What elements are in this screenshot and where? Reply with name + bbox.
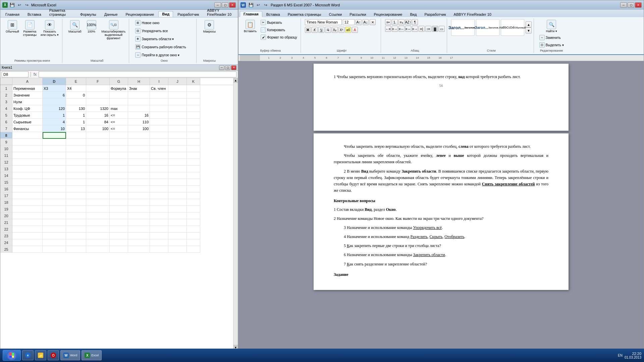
word-pilcrow-btn[interactable]: ¶ — [412, 19, 418, 25]
c22a[interactable] — [12, 226, 43, 233]
cell-f8[interactable] — [86, 132, 110, 139]
cell-g7[interactable]: <= — [110, 125, 128, 132]
cell-a3[interactable]: Нули — [12, 99, 43, 105]
c17e[interactable] — [66, 192, 86, 199]
cell-a4[interactable]: Коэф. ЦФ — [12, 105, 43, 112]
excel-col-h[interactable]: H — [128, 78, 150, 85]
c11i[interactable] — [150, 152, 168, 159]
excel-row-6[interactable]: 6 — [0, 119, 12, 125]
c21i[interactable] — [150, 219, 168, 226]
c13k[interactable] — [187, 166, 200, 172]
r12[interactable]: 12 — [0, 159, 12, 166]
c21a[interactable] — [12, 219, 43, 226]
cell-i3[interactable] — [150, 99, 168, 105]
c18e[interactable] — [66, 199, 86, 206]
cell-j3[interactable] — [168, 99, 187, 105]
c10d[interactable] — [43, 145, 66, 152]
c14a[interactable] — [12, 172, 43, 179]
c10f[interactable] — [86, 145, 110, 152]
word-page-top[interactable]: 1 Чтобы закрепить верхнюю горизонтальную… — [314, 64, 569, 131]
c15f[interactable] — [86, 179, 110, 186]
c20i[interactable] — [150, 213, 168, 219]
c9i[interactable] — [150, 139, 168, 145]
c14g[interactable] — [110, 172, 128, 179]
c9f[interactable] — [86, 139, 110, 145]
cell-g3[interactable] — [110, 99, 128, 105]
c11k[interactable] — [187, 152, 200, 159]
c25e[interactable] — [66, 246, 86, 253]
excel-col-e[interactable]: E — [66, 78, 86, 85]
c22k[interactable] — [187, 226, 200, 233]
excel-col-i[interactable]: I — [150, 78, 168, 85]
c19g[interactable] — [110, 206, 128, 213]
c9j[interactable] — [168, 139, 187, 145]
c15i[interactable] — [150, 179, 168, 186]
excel-tab-view[interactable]: Вид — [158, 11, 173, 17]
excel-scroll-up[interactable]: ▲ — [233, 78, 238, 83]
c9g[interactable] — [110, 139, 128, 145]
excel-book-min[interactable]: ─ — [219, 65, 224, 70]
taskbar-ie[interactable]: e — [22, 350, 34, 360]
cell-a7[interactable]: Финансы — [12, 125, 43, 132]
c10j[interactable] — [168, 145, 187, 152]
c19k[interactable] — [187, 206, 200, 213]
c19e[interactable] — [66, 206, 86, 213]
cell-g4[interactable]: max — [110, 105, 128, 112]
c17f[interactable] — [86, 192, 110, 199]
r21[interactable]: 21 — [0, 219, 12, 226]
c13j[interactable] — [168, 166, 187, 172]
c10k[interactable] — [187, 145, 200, 152]
word-btn-format-painter[interactable]: 🖌 Формат по образцу — [259, 34, 299, 41]
word-italic-btn[interactable]: К — [312, 27, 318, 33]
c11a[interactable] — [12, 152, 43, 159]
excel-btn-page-layout[interactable]: 📄 Разметкастраницы — [22, 19, 38, 37]
cell-j8[interactable] — [168, 132, 187, 139]
excel-col-a[interactable]: A — [12, 78, 43, 85]
cell-i1[interactable]: Св. член — [150, 85, 168, 92]
excel-col-j[interactable]: J — [168, 78, 187, 85]
c13i[interactable] — [150, 166, 168, 172]
word-indent-dec-btn[interactable]: ←≡ — [385, 26, 391, 32]
word-restore-btn[interactable]: ◻ — [628, 2, 634, 8]
excel-save-qa-btn[interactable]: 💾 — [9, 2, 15, 8]
c10h[interactable] — [128, 145, 150, 152]
word-shading-btn[interactable]: ▓ — [432, 26, 438, 32]
word-align-right-btn[interactable]: ≡→ — [412, 26, 418, 32]
c22h[interactable] — [128, 226, 150, 233]
c25g[interactable] — [110, 246, 128, 253]
word-tab-view[interactable]: Вид — [407, 11, 421, 17]
c15j[interactable] — [168, 179, 187, 186]
c22i[interactable] — [150, 226, 168, 233]
c19i[interactable] — [150, 206, 168, 213]
cell-k5[interactable] — [187, 112, 200, 119]
cell-h8[interactable] — [128, 132, 150, 139]
c20h[interactable] — [128, 213, 150, 219]
excel-minimize-btn[interactable]: ─ — [214, 2, 221, 8]
word-subscript-btn[interactable]: X₂ — [332, 27, 338, 33]
c18g[interactable] — [110, 199, 128, 206]
cell-d6[interactable]: 4 — [43, 119, 66, 125]
cell-g8[interactable] — [110, 132, 128, 139]
cell-i6[interactable] — [150, 119, 168, 125]
excel-undo-qa-btn[interactable]: ↩ — [16, 2, 22, 8]
c20e[interactable] — [66, 213, 86, 219]
c12a[interactable] — [12, 159, 43, 166]
c17i[interactable] — [150, 192, 168, 199]
cell-k8[interactable] — [187, 132, 200, 139]
c21f[interactable] — [86, 219, 110, 226]
word-style-heading2[interactable]: Загол...Заголов... — [476, 19, 499, 36]
word-tab-refs[interactable]: Ссылки — [325, 11, 345, 17]
cell-j6[interactable] — [168, 119, 187, 125]
c19a[interactable] — [12, 206, 43, 213]
word-align-center-btn[interactable]: ≡↔ — [405, 26, 411, 32]
word-font-clear[interactable]: ✕ — [370, 19, 376, 25]
word-btn-cut[interactable]: ✂ Вырезать — [259, 19, 299, 26]
cell-f1[interactable] — [86, 85, 110, 92]
r24[interactable]: 24 — [0, 239, 12, 246]
excel-btn-normal[interactable]: ⊞ Обычный — [4, 19, 20, 37]
cell-h3[interactable] — [128, 99, 150, 105]
word-justify-btn[interactable]: ≡| — [419, 26, 425, 32]
c17d[interactable] — [43, 192, 66, 199]
c16i[interactable] — [150, 186, 168, 192]
cell-e6[interactable]: 1 — [66, 119, 86, 125]
